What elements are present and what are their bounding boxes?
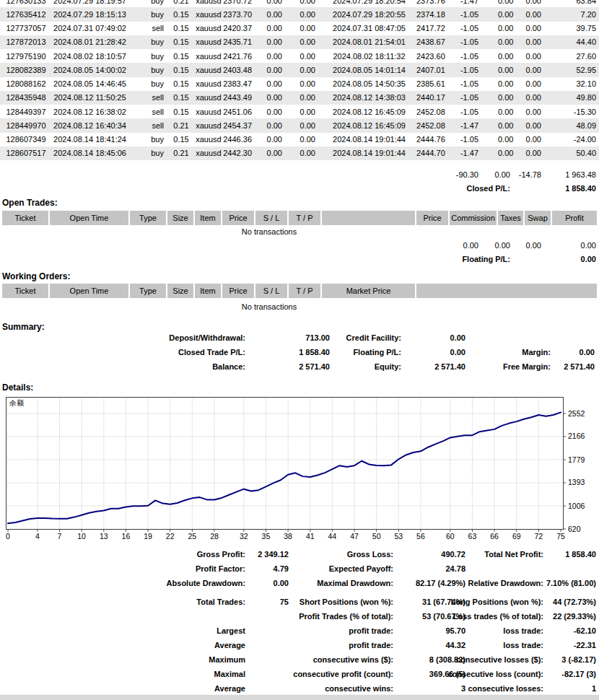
trade-cell: -1.47 (450, 121, 498, 130)
stat-row: Absolute Drawdown:0.00Maximal Drawdown:8… (0, 579, 599, 590)
ot-total-commission: 0.00 (463, 241, 478, 250)
column-header: Market Price (322, 284, 416, 298)
ot-total-profit: 0.00 (581, 241, 596, 250)
stat-label: Absolute Drawdown: (167, 579, 245, 587)
trade-cell: 0.00 (525, 10, 552, 19)
trade-cell: -1.05 (450, 66, 498, 74)
trade-cell: 128088162 (2, 79, 50, 88)
trade-cell: 127630133 (2, 0, 50, 5)
trade-cell: 0.00 (289, 135, 322, 144)
trade-cell: 2417.72 (416, 24, 450, 32)
trade-cell: 0.00 (255, 108, 289, 116)
trade-cell: 2451.06 (222, 108, 255, 116)
x-tick-label: 47 (350, 532, 359, 541)
trade-cell: 2454.37 (222, 121, 255, 130)
trade-cell: 2373.70 (222, 10, 255, 19)
total-swap: -14.78 (519, 170, 541, 179)
y-tick-label: 1006 (568, 502, 585, 510)
stat-label: Expected Payoff: (329, 564, 393, 573)
trade-cell: 27.60 (552, 52, 597, 61)
trade-cell: 2452.08 (416, 121, 450, 130)
trade-row: 1279751902024.08.02 18:10:57buy0.15xauus… (0, 49, 599, 63)
x-tick-label: 41 (306, 532, 315, 541)
trade-cell: 2024.08.12 16:38:02 (50, 108, 130, 116)
trade-cell: 0.21 (167, 149, 195, 157)
trade-cell: 0.00 (498, 121, 525, 130)
x-tick-label: 28 (210, 532, 219, 541)
column-header (416, 284, 597, 298)
column-header: Taxes (498, 211, 525, 225)
x-tick-label: 60 (446, 532, 455, 541)
trade-cell: 48.09 (552, 121, 597, 130)
x-tick-label: 10 (77, 532, 86, 541)
trade-cell: 2442.30 (222, 149, 255, 157)
y-tick-label: 1779 (568, 455, 585, 464)
trade-cell: 127737057 (2, 24, 50, 32)
column-header: Swap (525, 211, 552, 225)
column-header: T / P (289, 211, 322, 225)
trade-cell: 0.00 (525, 135, 552, 144)
trade-cell: -1.47 (450, 0, 498, 5)
trade-cell: buy (130, 79, 167, 88)
trade-cell: -1.05 (450, 52, 498, 61)
trade-cell: 39.75 (552, 24, 597, 32)
x-tick-label: 16 (122, 532, 131, 541)
column-header: Item (195, 211, 222, 225)
trade-cell: xauusd (195, 24, 222, 32)
trade-cell: sell (130, 121, 167, 130)
trade-cell: 2024.08.01 21:54:01 (322, 38, 416, 46)
stat-label: loss trade: (503, 626, 543, 635)
trade-cell: xauusd (195, 52, 222, 61)
trade-cell: 0.00 (289, 93, 322, 102)
trade-cell: 49.80 (552, 93, 597, 102)
trade-cell: 0.00 (289, 79, 322, 88)
trade-cell: 2024.08.05 14:50:35 (322, 79, 416, 88)
stat-label: Free Margin: (503, 362, 551, 371)
trade-cell: 0.00 (255, 0, 289, 5)
ot-total-swap: 0.00 (526, 241, 541, 250)
stat-label: Total Net Profit: (484, 550, 543, 559)
trade-cell: -1.05 (450, 38, 498, 46)
stat-value: 44.32 (445, 641, 465, 649)
trade-cell: -1.05 (450, 79, 498, 88)
closed-trades-rows: 1276301332024.07.29 18:19:57buy0.21xauus… (0, 0, 599, 160)
trade-cell: 0.00 (525, 0, 552, 5)
x-tick-label: 38 (284, 532, 292, 541)
stat-value: 82.17 (4.29%) (416, 579, 465, 587)
trade-cell: 128607517 (2, 149, 50, 157)
trade-cell: xauusd (195, 149, 222, 157)
trade-cell: xauusd (195, 66, 222, 74)
trade-cell: 2024.07.29 18:20:55 (322, 10, 416, 19)
trade-cell: 2420.37 (222, 24, 255, 32)
stat-value: 44 (72.73%) (553, 598, 596, 606)
working-orders-empty: No transactions (0, 302, 538, 311)
column-header: Size (167, 284, 195, 298)
ot-total-taxes: 0.00 (495, 241, 510, 250)
trade-cell: 0.00 (525, 108, 552, 116)
x-tick-label: 56 (416, 532, 425, 541)
open-trades-title: Open Trades: (2, 198, 58, 208)
floating-pl-row: Floating P/L: 0.00 (0, 255, 599, 266)
column-header: Commission (450, 211, 498, 225)
trade-cell: 2024.07.31 07:49:02 (50, 24, 130, 32)
trade-cell: 0.00 (525, 79, 552, 88)
open-trades-empty: No transactions (0, 227, 538, 236)
trade-cell: 2024.08.14 18:45:06 (50, 149, 130, 157)
trade-cell: xauusd (195, 0, 222, 5)
stat-row: Averageconsecutive wins:3consecutive los… (0, 684, 599, 695)
column-header: Open Time (50, 211, 130, 225)
stat-label: profit trade: (349, 626, 393, 635)
stat-label: consecutive wins ($): (313, 655, 393, 664)
trade-cell: buy (130, 10, 167, 19)
trade-cell: 0.00 (289, 38, 322, 46)
trade-cell: buy (130, 52, 167, 61)
trade-cell: sell (130, 108, 167, 116)
column-header: Item (195, 284, 222, 298)
trade-cell: 2444.76 (416, 135, 450, 144)
trade-cell: sell (130, 93, 167, 102)
floating-pl-value: 0.00 (581, 255, 596, 263)
stat-label: loss trade: (503, 641, 543, 649)
trade-cell: 2024.08.14 19:01:44 (322, 149, 416, 157)
trade-cell: 0.00 (255, 10, 289, 19)
stat-value: -22.31 (574, 641, 596, 649)
